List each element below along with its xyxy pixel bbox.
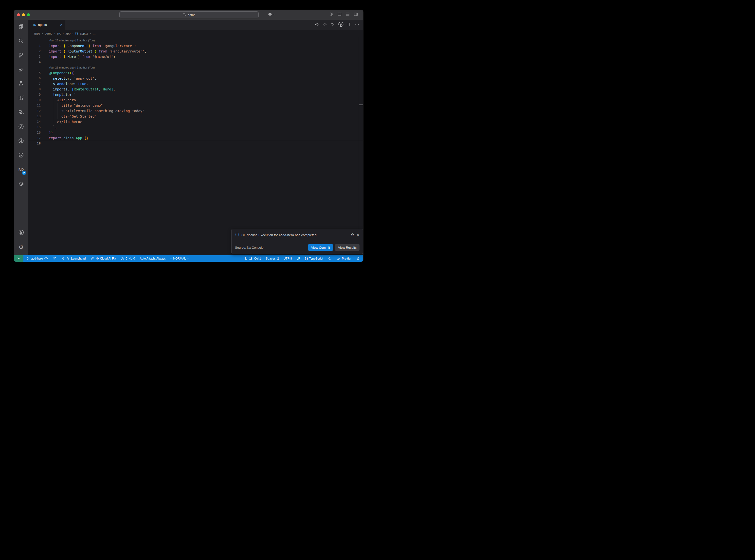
zoom-window-button[interactable] [27,13,30,16]
bell-dot-icon [356,257,360,261]
breadcrumb-file-label: app.ts [80,32,88,35]
change-indicator[interactable] [322,22,327,27]
activity-item-extensions[interactable] [14,91,28,105]
activity-item-search-and-compare[interactable] [14,134,28,148]
code-content: title="Welcmoe demo" [49,103,103,108]
code-line[interactable]: 14></lib-hero> [28,119,363,124]
status-auto-attach[interactable]: Auto Attach: Always [140,257,166,260]
gear-icon: ⚙ [19,244,24,251]
status-nx-cloud-ai-fix[interactable]: Nx Cloud AI Fix [90,257,116,261]
commit-graph-button[interactable] [338,21,344,28]
status-text: 0 [125,257,127,260]
status-cursor-position[interactable]: Ln 18, Col 1 [245,257,261,260]
code-line[interactable]: 9template: ` [28,92,363,97]
breadcrumb-item[interactable]: src [57,32,61,35]
code-line[interactable]: 6selector: 'app-root', [28,76,363,81]
blame-annotation: You, 26 minutes ago | 1 author (You) [28,38,363,43]
code-line[interactable]: 5@Component({ [28,70,363,76]
status-prettier-status[interactable]: Prettier [336,257,351,261]
debug-icon [18,66,24,74]
status-problems-status[interactable]: 00 [121,257,135,261]
code-line[interactable]: 18 [28,141,363,146]
status-encoding[interactable]: UTF-8 [283,257,292,260]
code-line[interactable]: 13cta="Get Started" [28,114,363,119]
breadcrumb-file[interactable]: TSapp.ts [75,32,88,35]
notification-close-icon[interactable]: ✕ [356,233,359,237]
toggle-sidebar-button[interactable] [337,12,342,18]
code-line[interactable]: 16}) [28,130,363,135]
activity-item-search[interactable] [14,34,28,48]
chevron-down-icon[interactable] [273,13,276,17]
code-line[interactable]: 11title="Welcmoe demo" [28,103,363,108]
breadcrumb-symbol[interactable]: … [93,32,96,35]
activity-item-testing[interactable] [14,77,28,91]
copilot-icon[interactable] [267,12,273,18]
customize-layout-button[interactable] [329,12,334,18]
code-line[interactable]: 15`, [28,124,363,130]
activity-item-nx-console[interactable]: N❯2 [14,163,28,177]
code-content: selector: 'app-root', [49,76,97,81]
breadcrumb-item[interactable]: app [65,32,71,35]
activity-item-explorer[interactable] [14,20,28,34]
code-editor[interactable]: You, 26 minutes ago | 1 author (You)1imp… [28,37,363,255]
info-icon [235,233,239,237]
status-eol[interactable]: LF [297,257,300,260]
close-tab-icon[interactable]: × [60,23,62,27]
code-line[interactable]: 2import { RouterOutlet } from '@angular/… [28,48,363,54]
previous-change-button[interactable] [315,22,319,27]
command-center-search[interactable]: acme [119,11,259,18]
status-language-mode[interactable]: { }TypeScript [305,257,323,260]
activity-item-edge-browser[interactable] [14,148,28,163]
code-line[interactable]: 12subtitle="Build something amazing toda… [28,108,363,114]
code-line[interactable]: 3import { Hero } from '@acme/ui'; [28,54,363,59]
view-commit-button[interactable]: View Commit [308,244,333,251]
code-line[interactable]: 7standalone: true, [28,81,363,86]
indent-guide [49,86,49,92]
notification-message: CI Pipeline Execution for #add-hero has … [241,233,317,237]
line-number: 9 [28,92,41,97]
tab-app-ts[interactable]: TS app.ts × [28,20,65,30]
activity-item-commit-graph[interactable] [14,120,28,134]
search-icon [18,38,24,45]
code-line[interactable]: 8imports: [RouterOutlet, Hero], [28,86,363,92]
status-branch-status[interactable]: add-hero [26,257,48,261]
status-vim-mode[interactable]: -- NORMAL -- [171,257,188,260]
toggle-secondary-sidebar-button[interactable] [354,12,358,18]
indent-guide [49,114,49,119]
activity-item-accounts[interactable] [14,226,28,240]
code-line[interactable]: 10<lib-hero [28,97,363,103]
code-line[interactable]: 1import { Component } from '@angular/cor… [28,43,363,48]
minimize-window-button[interactable] [22,13,25,16]
status-notifications-bell[interactable] [356,257,360,261]
view-results-button[interactable]: View Results [335,244,359,251]
code-line[interactable]: 4 [28,59,363,65]
breadcrumb-item[interactable]: apps [34,32,40,35]
status-copilot-status[interactable] [328,257,332,261]
activity-item-linked-editors[interactable] [14,105,28,120]
branch-pr-icon [66,257,70,260]
status-indentation[interactable]: Spaces: 2 [266,257,279,260]
breadcrumb-item[interactable]: demo [45,32,52,35]
activity-item-run-and-debug[interactable] [14,63,28,77]
indent-guide [49,76,49,81]
status-launchpad-status[interactable]: Launchpad [61,257,85,261]
more-actions-button[interactable] [355,22,359,27]
overview-ruler [359,37,359,255]
toggle-panel-button[interactable] [345,12,350,18]
notification-buttons: View CommitView Results [308,244,359,251]
split-editor-button[interactable] [347,22,352,27]
status-commit-graph-status[interactable] [53,257,57,261]
code-line[interactable]: 17export class App {} [28,135,363,141]
activity-item-source-control[interactable] [14,48,28,63]
activity-item-settings[interactable]: ⚙ [14,240,28,254]
activity-item-containers[interactable] [14,177,28,191]
close-window-button[interactable] [17,13,20,16]
code-content: import { RouterOutlet } from '@angular/r… [49,48,146,54]
notification-settings-icon[interactable]: ⚙ [351,233,354,237]
badge-count: 2 [22,171,26,175]
typescript-file-icon: TS [33,23,36,26]
status-remote-indicator[interactable]: >< [14,255,23,262]
code-content: subtitle="Build something amazing today" [49,108,144,114]
wrench-icon [90,257,94,261]
next-change-button[interactable] [330,22,335,27]
